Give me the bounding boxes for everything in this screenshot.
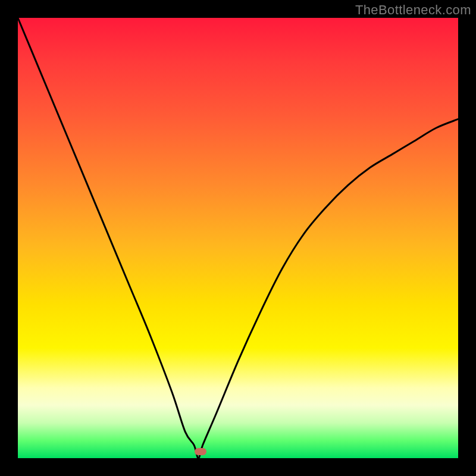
chart-frame: TheBottleneck.com [0, 0, 476, 476]
watermark-text: TheBottleneck.com [355, 2, 471, 18]
min-marker [195, 448, 206, 455]
plot-area [18, 18, 458, 458]
bottleneck-curve [18, 18, 458, 458]
curve-svg [18, 18, 458, 458]
